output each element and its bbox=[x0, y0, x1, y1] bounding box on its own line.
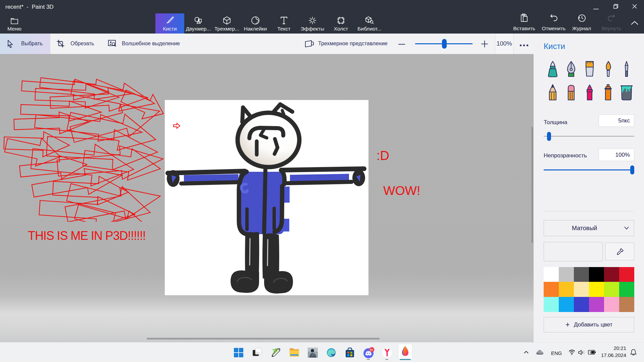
svg-text:9+: 9+ bbox=[370, 348, 374, 352]
